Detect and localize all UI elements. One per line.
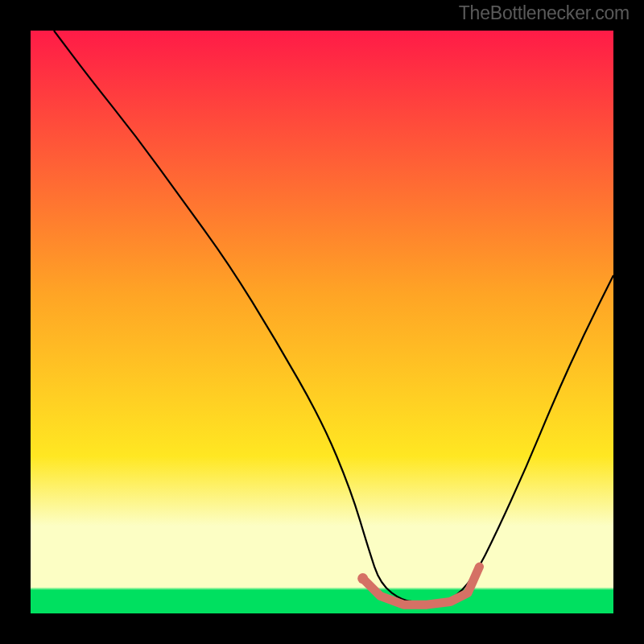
bottleneck-chart-svg bbox=[31, 31, 613, 613]
plot-area bbox=[31, 31, 613, 613]
optimal-point-marker bbox=[357, 573, 368, 584]
chart-frame: TheBottlenecker.com bbox=[0, 0, 644, 644]
watermark: TheBottlenecker.com bbox=[459, 2, 630, 24]
gradient-background bbox=[31, 31, 613, 613]
